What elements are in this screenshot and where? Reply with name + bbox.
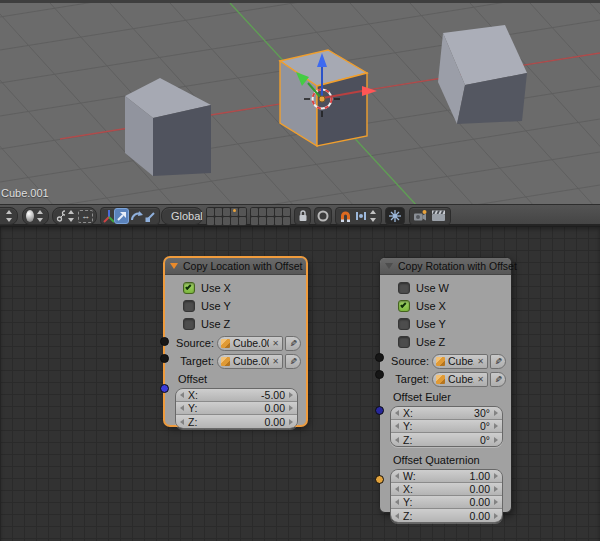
- increment-arrow-icon[interactable]: [494, 473, 498, 479]
- viewport-canvas[interactable]: [0, 3, 600, 204]
- unlink-icon[interactable]: ✕: [477, 375, 484, 384]
- layers-widget-left[interactable]: [206, 207, 247, 226]
- source-input-socket[interactable]: [160, 337, 169, 346]
- decrement-arrow-icon[interactable]: [395, 437, 399, 443]
- euler-field-y[interactable]: Y: 0°: [391, 420, 502, 433]
- snap-target-button[interactable]: [385, 207, 405, 225]
- axis-manipulator-icon[interactable]: [102, 209, 114, 223]
- layer-cell[interactable]: [239, 217, 246, 225]
- quaternion-field-w[interactable]: W: 1.00: [391, 470, 502, 483]
- layer-cell[interactable]: [223, 217, 230, 225]
- render-camera-icon[interactable]: [413, 209, 428, 223]
- pivot-point-group[interactable]: ↔: [52, 207, 97, 225]
- euler-field-z[interactable]: Z: 0°: [391, 433, 502, 446]
- eyedropper-button[interactable]: ✎: [285, 336, 301, 351]
- decrement-arrow-icon[interactable]: [395, 473, 399, 479]
- unlink-icon[interactable]: ✕: [477, 357, 484, 366]
- number-field-z[interactable]: Z: 0.00: [176, 415, 297, 428]
- node-header[interactable]: Copy Rotation with Offset: [380, 258, 511, 275]
- decrement-arrow-icon[interactable]: [395, 423, 399, 429]
- quaternion-field-y[interactable]: Y: 0.00: [391, 496, 502, 509]
- increment-arrow-icon[interactable]: [494, 410, 498, 416]
- layer-cell[interactable]: [239, 208, 246, 216]
- increment-arrow-icon[interactable]: [289, 392, 293, 398]
- layer-cell-occupied[interactable]: [231, 208, 238, 216]
- increment-arrow-icon[interactable]: [494, 486, 498, 492]
- increment-arrow-icon[interactable]: [289, 405, 293, 411]
- layer-cell[interactable]: [283, 217, 290, 225]
- decrement-arrow-icon[interactable]: [180, 405, 184, 411]
- use-y-row[interactable]: Use Y: [183, 299, 301, 312]
- layer-cell[interactable]: [267, 208, 274, 216]
- checkbox[interactable]: [183, 300, 195, 312]
- decrement-arrow-icon[interactable]: [395, 499, 399, 505]
- node-copy-location-with-offset[interactable]: Copy Location with Offset Use X Use Y Us…: [164, 257, 307, 426]
- collapse-triangle-icon[interactable]: [170, 263, 178, 269]
- checkbox[interactable]: [398, 336, 410, 348]
- target-object-field[interactable]: Cube.002 ✕: [217, 354, 283, 369]
- offset-quaternion-input-socket[interactable]: [375, 475, 384, 484]
- use-w-row[interactable]: Use W: [398, 281, 506, 294]
- checkbox[interactable]: [398, 300, 410, 312]
- use-x-row[interactable]: Use X: [183, 281, 301, 294]
- layer-cell[interactable]: [231, 217, 238, 225]
- lock-button[interactable]: [294, 207, 311, 225]
- decrement-arrow-icon[interactable]: [395, 486, 399, 492]
- increment-arrow-icon[interactable]: [494, 437, 498, 443]
- use-z-row[interactable]: Use Z: [398, 335, 506, 348]
- layer-cell[interactable]: [207, 208, 214, 216]
- target-object-field[interactable]: Cube.003 ✕: [432, 372, 488, 387]
- node-header[interactable]: Copy Location with Offset: [165, 258, 306, 275]
- number-field-y[interactable]: Y: 0.00: [176, 402, 297, 415]
- increment-arrow-icon[interactable]: [494, 513, 498, 519]
- translate-manipulator-button[interactable]: [114, 208, 129, 224]
- checkbox[interactable]: [183, 318, 195, 330]
- layer-cell[interactable]: [251, 208, 258, 216]
- offset-euler-input-socket[interactable]: [375, 406, 384, 415]
- use-y-row[interactable]: Use Y: [398, 317, 506, 330]
- offset-vector-input-socket[interactable]: [160, 384, 169, 393]
- eyedropper-button[interactable]: ✎: [490, 354, 506, 369]
- target-input-socket[interactable]: [375, 370, 384, 379]
- 3d-viewport[interactable]: Cube.001: [0, 3, 600, 204]
- node-copy-rotation-with-offset[interactable]: Copy Rotation with Offset Use W Use X Us…: [379, 257, 512, 513]
- layer-cell[interactable]: [215, 217, 222, 225]
- layer-cell[interactable]: [215, 208, 222, 216]
- source-object-field[interactable]: Cube.001 ✕: [217, 336, 283, 351]
- decrement-arrow-icon[interactable]: [395, 410, 399, 416]
- decrement-arrow-icon[interactable]: [180, 392, 184, 398]
- layer-cell[interactable]: [267, 217, 274, 225]
- decrement-arrow-icon[interactable]: [180, 419, 184, 425]
- quaternion-field-z[interactable]: Z: 0.00: [391, 509, 502, 522]
- transform-orientation-dropdown[interactable]: Global: [161, 207, 203, 225]
- cube-object-left[interactable]: [125, 78, 211, 176]
- layer-cell[interactable]: [275, 208, 282, 216]
- use-z-row[interactable]: Use Z: [183, 317, 301, 330]
- number-field-x[interactable]: X: -5.00: [176, 389, 297, 402]
- checkbox[interactable]: [183, 282, 195, 294]
- proportional-editing-button[interactable]: [314, 207, 332, 225]
- pivot-point-icon[interactable]: [56, 209, 65, 223]
- layer-cell[interactable]: [259, 217, 266, 225]
- layer-cell[interactable]: [251, 217, 258, 225]
- layer-cell[interactable]: [223, 208, 230, 216]
- snap-element-icon[interactable]: [354, 209, 368, 223]
- quaternion-field-x[interactable]: X: 0.00: [391, 483, 502, 496]
- cube-object-right[interactable]: [438, 25, 527, 124]
- increment-arrow-icon[interactable]: [494, 499, 498, 505]
- layer-cell[interactable]: [259, 208, 266, 216]
- mode-dropdown[interactable]: [0, 207, 18, 225]
- render-animation-icon[interactable]: [431, 209, 446, 223]
- layer-cell[interactable]: [207, 217, 214, 225]
- layers-widget-right[interactable]: [250, 207, 291, 226]
- layer-cell[interactable]: [275, 217, 282, 225]
- eyedropper-button[interactable]: ✎: [490, 372, 506, 387]
- node-editor[interactable]: Copy Location with Offset Use X Use Y Us…: [0, 226, 600, 541]
- checkbox[interactable]: [398, 282, 410, 294]
- scale-manipulator-button[interactable]: [143, 208, 158, 224]
- target-input-socket[interactable]: [160, 354, 169, 363]
- euler-field-x[interactable]: X: 30°: [391, 407, 502, 420]
- decrement-arrow-icon[interactable]: [395, 513, 399, 519]
- unlink-icon[interactable]: ✕: [272, 357, 279, 366]
- eyedropper-button[interactable]: ✎: [285, 354, 301, 369]
